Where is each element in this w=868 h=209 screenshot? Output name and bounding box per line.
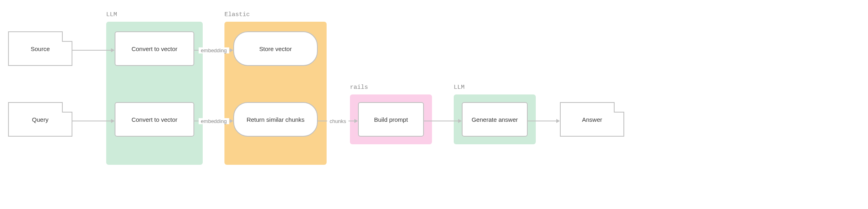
arrow-line [528,121,557,121]
node-label: Build prompt [374,116,408,123]
node-build-prompt: Build prompt [358,102,424,137]
arrow-head-icon [230,119,233,123]
group-label-llm-1: LLM [106,11,117,18]
arrow-label: chunks [327,118,348,124]
node-label: Convert to vector [132,45,177,52]
arrow-generate-to-answer [528,119,560,123]
arrow-return-to-build: chunks [318,119,358,123]
arrow-label: embedding [198,47,229,53]
node-source: Source [8,31,72,66]
node-convert-2: Convert to vector [115,102,194,137]
node-store-vector: Store vector [233,31,318,66]
arrow-label: embedding [198,118,229,124]
arrow-line [72,121,111,121]
arrow-head-icon [458,119,462,123]
node-return-chunks: Return similar chunks [233,102,318,137]
arrow-head-icon [230,48,233,52]
node-convert-1: Convert to vector [115,31,194,66]
group-label-llm-2: LLM [454,84,465,91]
arrow-convert-to-store: embedding [194,48,233,52]
node-label: Answer [582,116,602,123]
node-query: Query [8,102,72,137]
node-answer: Answer [560,102,624,137]
arrow-head-icon [354,119,358,123]
node-label: Store vector [259,45,292,52]
node-generate-answer: Generate answer [462,102,528,137]
arrow-head-icon [556,119,560,123]
arrow-line [72,50,111,51]
node-label: Return similar chunks [247,116,304,123]
arrow-head-icon [111,119,115,123]
node-label: Source [31,45,50,52]
arrow-source-to-convert [72,48,115,52]
arrow-line [424,121,459,121]
group-label-elastic: Elastic [224,11,250,18]
arrow-head-icon [111,48,115,52]
node-label: Query [32,116,49,123]
group-label-rails: rails [350,84,368,91]
arrow-query-to-convert [72,119,115,123]
node-label: Convert to vector [132,116,177,123]
flow-diagram: LLM Elastic rails LLM Source Query Conve… [0,0,868,209]
arrow-build-to-generate [424,119,462,123]
arrow-convert-to-return: embedding [194,119,233,123]
node-label: Generate answer [471,116,518,123]
